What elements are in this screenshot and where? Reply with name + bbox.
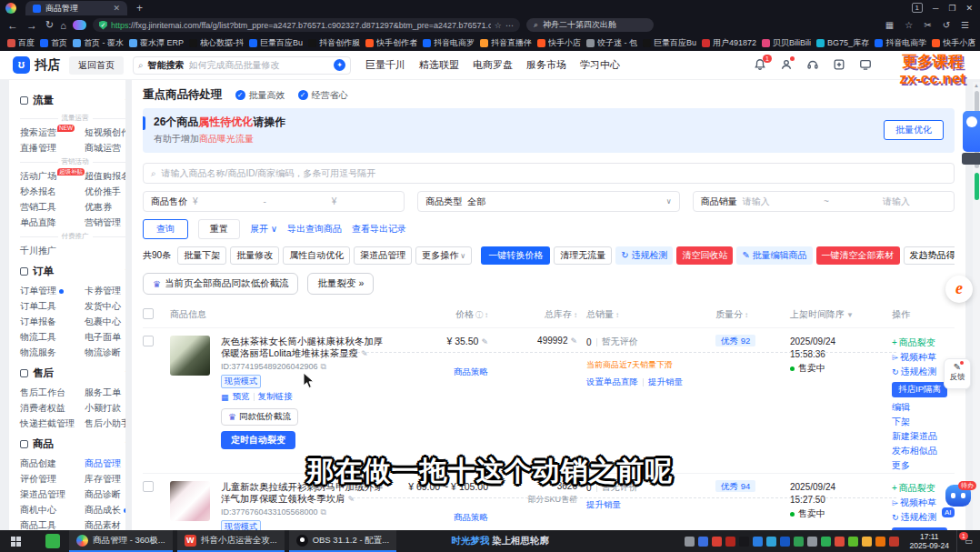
product-type-filter[interactable]: 商品类型 全部 ∨ <box>417 191 679 212</box>
bookmark-item[interactable]: 抖音直播伴 <box>480 37 532 49</box>
favorites-icon[interactable]: ☆ <box>905 20 913 30</box>
menu-icon[interactable]: ☰ <box>961 20 969 30</box>
boost-sales-link[interactable]: 提升销量 <box>586 499 621 511</box>
bell-icon[interactable]: 1 <box>753 58 766 72</box>
minimize-button[interactable]: ─ <box>933 4 938 13</box>
edit-icon[interactable]: ✎ <box>361 349 368 358</box>
bookmark-item[interactable]: 首页 - 覆水 <box>73 37 124 49</box>
expand-link[interactable]: 展开 ∨ <box>250 223 277 236</box>
header-nav-item[interactable]: 电商罗盘 <box>473 58 513 72</box>
tray-icon[interactable] <box>835 537 845 547</box>
select-all-checkbox[interactable] <box>143 308 154 319</box>
bookmark-item[interactable]: 巨量百应Bu <box>643 37 696 49</box>
sidebar-item[interactable]: 活动广场超级补贴 <box>20 168 85 184</box>
bookmark-item[interactable]: 饺子迷 - 包 <box>586 37 637 49</box>
sidebar-item[interactable]: 物流诊断 <box>85 345 125 360</box>
convert-price-button[interactable]: 一键转换价格 <box>481 246 550 265</box>
edit-stock-icon[interactable]: ✎ <box>570 336 577 346</box>
close-button[interactable]: ✕ <box>965 4 973 13</box>
headset-icon[interactable] <box>805 58 819 72</box>
bookmark-item[interactable]: 首页 <box>40 37 67 49</box>
same-style-intercept-button[interactable]: ♛同款低价截流 <box>221 408 298 426</box>
tray-icon[interactable] <box>698 537 708 547</box>
sidebar-item[interactable]: 消费者权益 <box>20 400 85 416</box>
tab-close-icon[interactable]: ✕ <box>113 4 120 13</box>
header-nav-item[interactable]: 巨量千川 <box>365 58 405 72</box>
feedback-widget[interactable]: ✎ 反馈 <box>944 358 971 389</box>
maximize-button[interactable]: ❐ <box>948 4 955 13</box>
single-discount-link[interactable]: 设置单品直降 <box>586 376 638 388</box>
sort-icon[interactable]: ↕ <box>574 311 577 319</box>
tray-icon[interactable] <box>821 537 831 547</box>
chevron-up-icon[interactable]: ⌃ <box>124 370 125 376</box>
notification-center-icon[interactable]: ▭1 <box>956 530 980 552</box>
sidebar-section-header[interactable]: 商品 ⌃ <box>20 431 125 456</box>
sidebar-item[interactable]: 库存管理 <box>85 471 125 487</box>
sidebar-item[interactable]: 售后工作台 <box>20 385 85 400</box>
sidebar-item[interactable]: 订单报备 <box>20 314 85 329</box>
sidebar-item[interactable]: 服务工单 <box>85 385 125 400</box>
sidebar-item[interactable]: 评价管理 <box>20 471 85 487</box>
chevron-up-icon[interactable]: ⌃ <box>124 268 125 275</box>
col-header-time[interactable]: 上架时间降序▼ <box>790 308 892 322</box>
sort-icon[interactable]: ↕ <box>615 311 619 319</box>
bookmark-item[interactable]: 百度 <box>7 37 35 49</box>
quality-score-badge[interactable]: 优秀 94 <box>715 480 755 492</box>
plus-square-icon[interactable] <box>832 58 845 72</box>
tray-icon[interactable] <box>766 537 776 547</box>
sidebar-item[interactable]: 商品管理 <box>85 456 125 471</box>
tray-icon[interactable] <box>725 537 735 547</box>
empty-recycle-bin-button[interactable]: 清空回收站 <box>676 246 733 265</box>
sidebar-item[interactable]: 单品直降 <box>20 215 85 230</box>
bulk-action-button[interactable]: 属性自动优化 <box>283 246 350 265</box>
sidebar-item[interactable]: 售后小助手 <box>85 416 125 431</box>
product-strategy-link[interactable]: 商品策略 <box>454 512 488 524</box>
side-promo-widget[interactable] <box>963 111 980 152</box>
page-intercept-button[interactable]: ♛当前页全部商品同款低价截流 <box>143 273 298 295</box>
bookmark-item[interactable]: 用户491872 <box>702 37 756 49</box>
ai-search-icon[interactable]: ✦ <box>334 59 345 71</box>
boost-sales-link[interactable]: 提升销量 <box>648 376 683 388</box>
product-title[interactable]: 灰色抹茶袜女长筒小腿袜康袜秋冬加厚保暖洛丽塔Lolita堆堆袜抹茶显瘦✎ <box>221 336 392 360</box>
sidebar-item[interactable]: 优价推手 <box>85 184 125 199</box>
sidebar-section-header[interactable]: 售后 ⌃ <box>20 360 125 385</box>
bulk-action-button[interactable]: 批量下架 <box>177 246 226 265</box>
preview-link[interactable]: 预览 <box>233 391 250 403</box>
sidebar-item[interactable]: 商品成长 <box>85 502 125 517</box>
bulk-action-button[interactable]: 批量修改 <box>230 246 279 265</box>
trend-support-button[interactable]: 发趋势品得扶持 <box>904 246 955 265</box>
sidebar-item[interactable]: 商机中心 <box>20 502 85 517</box>
product-search-input[interactable]: ⌕ 请输入商品名称/商品ID/商家编码，多条可用逗号隔开 <box>143 163 955 184</box>
sidebar-item[interactable]: 直播管理 <box>20 140 85 156</box>
tray-icon[interactable] <box>685 537 695 547</box>
tray-icon[interactable] <box>875 537 885 547</box>
clip-icon[interactable]: ✂ <box>924 20 931 30</box>
tab-count-badge[interactable]: 1 <box>912 3 923 13</box>
product-thumbnail[interactable] <box>170 336 210 376</box>
sidebar-item[interactable]: 搜索运营NEW <box>20 125 85 140</box>
sidebar-item[interactable]: 快递拦截管理 <box>20 416 85 431</box>
chevron-up-icon[interactable]: ⌃ <box>124 441 125 447</box>
tray-icon[interactable] <box>753 537 763 547</box>
product-strategy-link[interactable]: 商品策略 <box>454 366 488 378</box>
bookmark-item[interactable]: 抖音创作服 <box>308 37 360 49</box>
product-thumbnail[interactable] <box>170 481 210 521</box>
tray-icon[interactable] <box>848 537 858 547</box>
back-icon[interactable]: ← <box>7 19 20 32</box>
bookmark-item[interactable]: 抖音电商罗 <box>423 37 475 49</box>
forward-icon[interactable]: → <box>26 19 39 32</box>
side-tag-widget[interactable] <box>962 153 980 165</box>
sidebar-item[interactable]: 电子面单 <box>85 329 125 345</box>
header-nav-item[interactable]: 学习中心 <box>580 58 620 72</box>
sidebar-item[interactable] <box>85 243 125 258</box>
bookmark-item[interactable]: 抖音电商学 <box>875 37 926 49</box>
sidebar-item[interactable]: 订单管理 <box>20 283 85 298</box>
bulk-action-button[interactable]: 更多操作 ∨ <box>415 246 472 265</box>
account-icon[interactable] <box>779 58 793 72</box>
batch-edit-button[interactable]: ✎ 批量编辑商品 <box>736 246 812 265</box>
batch-optimize-button[interactable]: 批量优化 <box>884 120 944 140</box>
col-header-price[interactable]: 价格ⓘ↕ <box>395 308 501 321</box>
bulk-action-button[interactable]: 渠道品管理 <box>354 246 412 265</box>
sidebar-item[interactable]: 订单工具 <box>20 298 85 314</box>
header-nav-item[interactable]: 服务市场 <box>526 58 566 72</box>
